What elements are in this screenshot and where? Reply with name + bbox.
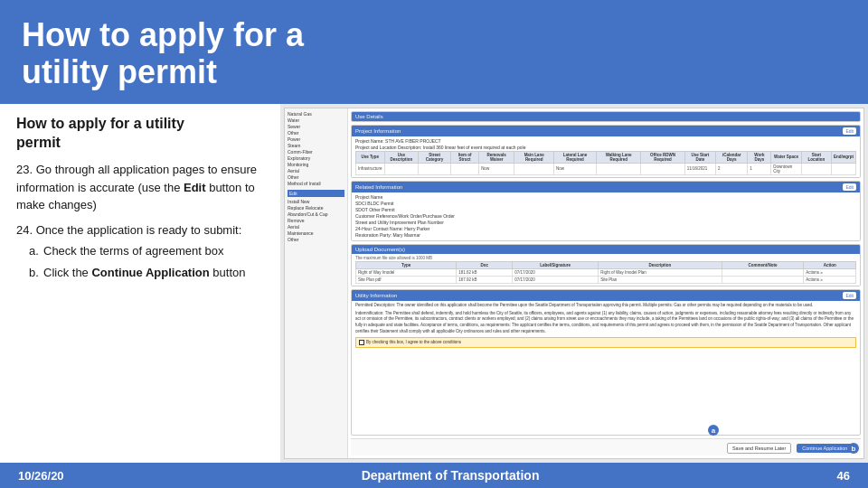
footer-date: 10/26/20 (18, 469, 64, 483)
main-content-area: How to apply for a utility permit 23. Go… (0, 104, 868, 463)
utility-info-header: Utility Information Edit (352, 290, 860, 301)
substep-b: b. Click the Continue Application button (29, 264, 264, 282)
use-details-section: Use Details (351, 111, 861, 122)
upload-docs-section: Upload Document(s) The maximum file size… (351, 244, 861, 286)
upload-docs-header: Upload Document(s) (352, 245, 860, 254)
footer-bar: 10/26/20 Department of Transportation 46 (0, 463, 868, 488)
right-screenshot-panel: Natural Gas Water Sewer Other Power Stea… (280, 104, 868, 463)
utility-edit-btn[interactable]: Edit (843, 292, 856, 299)
sidebar-section: Natural Gas Water Sewer Other Power Stea… (288, 111, 344, 186)
save-resume-btn[interactable]: Save and Resume Later (727, 443, 791, 454)
left-subtitle: How to apply for a utility permit (16, 115, 264, 153)
edit-bold: Edit (184, 181, 206, 194)
use-details-header: Use Details (352, 112, 860, 121)
related-info-header: Related Information Edit (352, 182, 860, 192)
utility-info-section: Utility Information Edit Permitted Descr… (351, 289, 861, 436)
project-info-content: Project Name: STH AVE FIBER PROJECT Proj… (352, 136, 860, 177)
project-info-edit-btn[interactable]: Edit (843, 127, 856, 135)
step-24: 24. Once the application is ready to sub… (16, 221, 264, 282)
terms-checkbox[interactable] (359, 340, 364, 345)
steps-list: 23. Go through all application pages to … (16, 161, 264, 288)
related-info-content: Project Name SDCI BLDC Permit SDOT Other… (352, 192, 860, 240)
label-b-marker: b (848, 443, 859, 454)
left-panel: How to apply for a utility permit 23. Go… (0, 104, 280, 463)
upload-docs-content: The maximum file size allowed is 1000 MB… (352, 254, 860, 286)
bottom-sections: Utility Information Edit Permitted Descr… (351, 289, 861, 436)
work-type-list: Edit Install New Replace Relocate Abando… (288, 190, 344, 242)
label-a-marker: a (708, 425, 719, 436)
app-main: Use Details Project Information Edit Pro… (348, 108, 863, 458)
substep-a: a. Check the terms of agreement box (29, 242, 264, 260)
utility-info-content: Permitted Description: The owner identif… (352, 301, 860, 352)
project-info-section: Project Information Edit Project Name: S… (351, 125, 861, 178)
header-banner: How to apply for a utility permit (0, 0, 868, 104)
bottom-actions-bar: Save and Resume Later Continue Applicati… (351, 438, 861, 455)
use-details-table: Use Type Use Description Street Category… (355, 151, 856, 175)
footer-page: 46 (837, 469, 850, 483)
main-title: How to apply for a utility permit (22, 16, 846, 91)
app-body: Natural Gas Water Sewer Other Power Stea… (285, 108, 863, 458)
screenshot: Natural Gas Water Sewer Other Power Stea… (284, 108, 864, 459)
related-info-section: Related Information Edit Project Name SD… (351, 181, 861, 241)
step-23: 23. Go through all application pages to … (16, 161, 264, 214)
app-sidebar: Natural Gas Water Sewer Other Power Stea… (285, 108, 348, 458)
related-info-edit-btn[interactable]: Edit (843, 183, 856, 191)
upload-table: Type Doc Label/Signature Description Com… (355, 261, 856, 284)
footer-department: Department of Transportation (82, 468, 819, 483)
substeps: a. Check the terms of agreement box b. C… (16, 242, 264, 281)
project-info-header: Project Information Edit (352, 126, 860, 136)
terms-checkbox-row: By checking this box, I agree to the abo… (355, 337, 856, 348)
continue-app-bold: Continue Application (91, 266, 209, 279)
